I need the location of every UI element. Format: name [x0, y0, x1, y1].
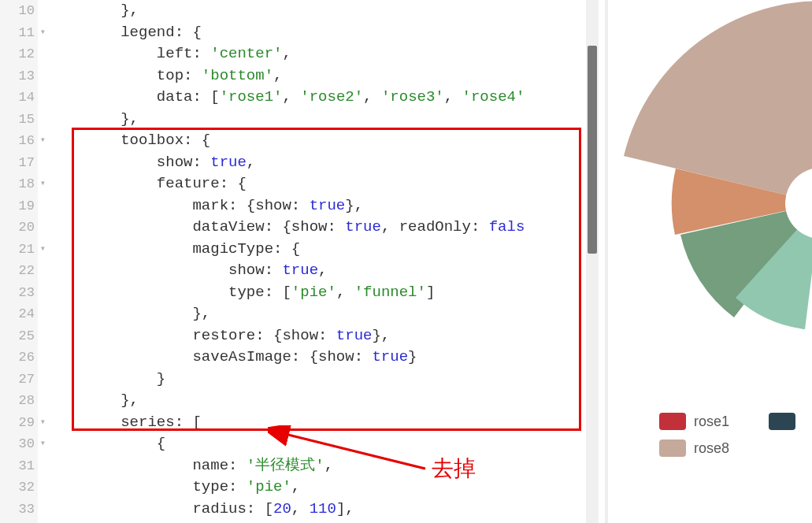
code-line[interactable]: },: [49, 109, 577, 131]
line-number: 33: [0, 499, 35, 521]
code-line[interactable]: left: 'center',: [49, 43, 577, 65]
legend-item-rose1[interactable]: rose1: [659, 413, 795, 430]
code-line[interactable]: radius: [20, 110],: [49, 499, 577, 521]
scrollbar-thumb[interactable]: [588, 46, 597, 254]
chart-preview-pane: rose1 rose8: [608, 0, 812, 523]
code-line[interactable]: show: true,: [49, 152, 577, 174]
fold-marker-icon[interactable]: ▾: [36, 173, 46, 195]
fold-marker-icon[interactable]: ▾: [36, 22, 46, 44]
code-content[interactable]: }, legend: { left: 'center', top: 'botto…: [49, 0, 577, 523]
code-line[interactable]: },: [49, 303, 577, 325]
code-editor[interactable]: 1011▾1213141516▾1718▾192021▾222324252627…: [0, 0, 599, 523]
code-line[interactable]: restore: {show: true},: [49, 325, 577, 347]
code-line[interactable]: top: 'bottom',: [49, 65, 577, 87]
code-line[interactable]: legend: {: [49, 22, 577, 44]
fold-marker-icon[interactable]: ▾: [36, 433, 46, 455]
pie-slice-rose8: [624, 1, 812, 203]
line-number: 22: [0, 260, 35, 282]
line-number: 19: [0, 195, 35, 217]
legend-swatch-extra: [769, 413, 795, 430]
code-line[interactable]: type: ['pie', 'funnel']: [49, 282, 577, 304]
code-line[interactable]: toolbox: {: [49, 130, 577, 152]
legend-label: rose1: [694, 414, 729, 430]
line-number: 25: [0, 325, 35, 347]
code-line[interactable]: saveAsImage: {show: true}: [49, 347, 577, 369]
scrollbar-track[interactable]: [586, 0, 599, 523]
code-line[interactable]: },: [49, 390, 577, 412]
line-number: 10: [0, 0, 35, 22]
line-number: 28: [0, 390, 35, 412]
code-line[interactable]: },: [49, 0, 577, 22]
line-number: 15: [0, 109, 35, 131]
legend-item-rose8[interactable]: rose8: [659, 440, 795, 457]
code-line[interactable]: type: 'pie',: [49, 477, 577, 499]
line-number: 20: [0, 217, 35, 239]
chart-legend: rose1 rose8: [659, 413, 795, 466]
line-number: 16▾: [0, 130, 35, 152]
line-number: 26: [0, 347, 35, 369]
line-number: 14: [0, 87, 35, 109]
line-number: 31: [0, 455, 35, 477]
fold-marker-icon[interactable]: ▾: [36, 239, 46, 261]
code-line[interactable]: mark: {show: true},: [49, 195, 577, 217]
legend-swatch: [659, 413, 686, 430]
code-line[interactable]: data: ['rose1', 'rose2', 'rose3', 'rose4…: [49, 87, 577, 109]
line-number: 21▾: [0, 239, 35, 261]
line-number: 13: [0, 65, 35, 87]
line-number: 32: [0, 477, 35, 499]
line-number: 24: [0, 303, 35, 325]
line-number-gutter: 1011▾1213141516▾1718▾192021▾222324252627…: [0, 0, 38, 523]
code-line[interactable]: {: [49, 433, 577, 455]
legend-swatch: [659, 440, 686, 457]
code-line[interactable]: dataView: {show: true, readOnly: fals: [49, 217, 577, 239]
line-number: 12: [0, 43, 35, 65]
fold-marker-icon[interactable]: ▾: [36, 412, 46, 434]
legend-label: rose8: [694, 440, 729, 457]
line-number: 29▾: [0, 412, 35, 434]
line-number: 23: [0, 282, 35, 304]
line-number: 27: [0, 369, 35, 391]
code-line[interactable]: }: [49, 369, 577, 391]
chart-preview: [608, 0, 812, 394]
line-number: 30▾: [0, 433, 35, 455]
code-line[interactable]: name: '半径模式',: [49, 455, 577, 477]
line-number: 11▾: [0, 22, 35, 44]
line-number: 17: [0, 152, 35, 174]
code-line[interactable]: magicType: {: [49, 239, 577, 261]
code-line[interactable]: show: true,: [49, 260, 577, 282]
line-number: 18▾: [0, 173, 35, 195]
code-line[interactable]: series: [: [49, 412, 577, 434]
code-line[interactable]: feature: {: [49, 173, 577, 195]
fold-marker-icon[interactable]: ▾: [36, 130, 46, 152]
